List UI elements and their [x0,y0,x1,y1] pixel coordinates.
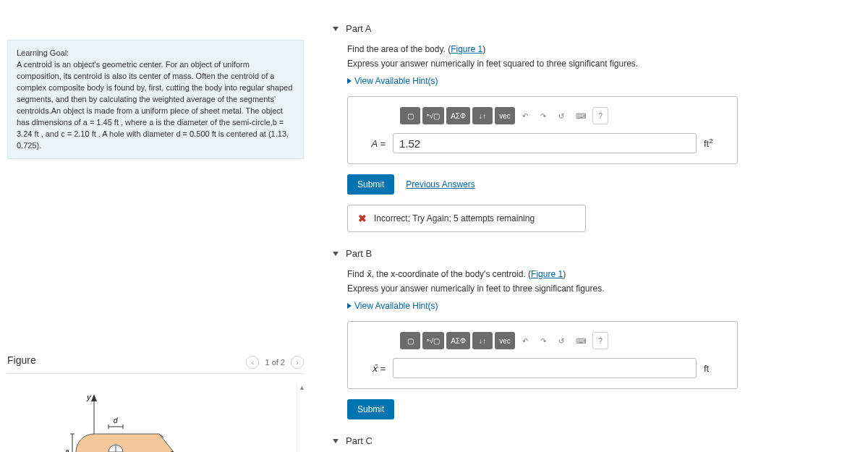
svg-text:c: c [170,449,174,452]
part-b-instruction: Express your answer numerically in feet … [347,283,839,294]
tb-greek-button[interactable]: ΑΣΦ [446,332,470,349]
tb-greek-button[interactable]: ΑΣΦ [446,107,470,124]
tb-keyboard-button[interactable]: ⌨ [571,332,590,349]
tb-reset-button[interactable]: ↺ [553,107,569,124]
tb-help-button[interactable]: ? [592,107,608,124]
figure-canvas: y x d a [7,387,304,452]
tb-template-button[interactable]: ▢ [400,332,420,349]
part-a-feedback: ✖ Incorrect; Try Again; 5 attempts remai… [347,205,586,232]
part-b-title: Part B [346,248,372,259]
learning-goal-label: Learning Goal: [17,48,294,59]
caret-right-icon [347,303,352,309]
figure-scrollbar[interactable]: ▲ ▼ [297,384,307,452]
figure-title: Figure [7,354,36,366]
tb-undo-button[interactable]: ↶ [517,107,533,124]
scroll-up-icon: ▲ [299,384,305,391]
tb-arrows-button[interactable]: ↓↑ [472,332,493,349]
figure-prev-button[interactable]: ‹ [246,356,259,369]
part-a-prompt: Find the area of the body. (Figure 1) [347,44,839,54]
incorrect-icon: ✖ [358,213,367,224]
caret-down-icon[interactable] [333,252,339,256]
part-b-answer-input[interactable] [393,358,697,378]
figure-svg: y x d a [65,387,246,452]
part-a-title: Part A [346,23,371,34]
tb-help-button[interactable]: ? [592,332,608,349]
part-a-unit: ft2 [704,137,726,149]
equation-toolbar: ▢ ⁿ√▢ ΑΣΦ ↓↑ vec ↶ ↷ ↺ ⌨ ? [400,107,726,124]
figure-next-button[interactable]: › [291,356,304,369]
part-a-previous-answers-link[interactable]: Previous Answers [406,179,475,189]
figure-link[interactable]: Figure 1 [531,269,563,279]
learning-goal-box: Learning Goal: A centroid is an object's… [7,40,304,159]
part-b-answer-box: ▢ ⁿ√▢ ΑΣΦ ↓↑ vec ↶ ↷ ↺ ⌨ ? x̄ = ft [347,321,738,389]
part-b-submit-button[interactable]: Submit [347,399,394,419]
part-a-var-label: A = [359,138,386,149]
part-b-hints[interactable]: View Available Hint(s) [347,301,839,311]
tb-keyboard-button[interactable]: ⌨ [571,107,590,124]
part-b-prompt: Find x̄, the x-coordinate of the body's … [347,269,839,279]
part-b-unit: ft [704,363,726,374]
figure-link[interactable]: Figure 1 [451,44,482,54]
part-a-hints[interactable]: View Available Hint(s) [347,76,839,86]
part-a-answer-input[interactable] [393,133,697,153]
caret-down-icon[interactable] [333,27,339,31]
tb-undo-button[interactable]: ↶ [517,332,533,349]
tb-root-button[interactable]: ⁿ√▢ [422,107,444,124]
tb-vec-button[interactable]: vec [495,107,515,124]
learning-goal-text: A centroid is an object's geometric cent… [17,59,294,152]
part-b-var-label: x̄ = [359,363,386,374]
part-a-instruction: Express your answer numerically in feet … [347,59,839,69]
svg-text:d: d [114,417,118,425]
caret-right-icon [347,78,352,84]
part-c-title: Part C [346,435,373,446]
svg-text:a: a [65,448,69,452]
svg-marker-1 [91,394,97,401]
caret-down-icon[interactable] [333,439,339,443]
tb-reset-button[interactable]: ↺ [553,332,569,349]
tb-root-button[interactable]: ⁿ√▢ [422,332,444,349]
tb-redo-button[interactable]: ↷ [535,332,551,349]
part-a-answer-box: ▢ ⁿ√▢ ΑΣΦ ↓↑ vec ↶ ↷ ↺ ⌨ ? A = ft2 [347,96,738,164]
tb-template-button[interactable]: ▢ [400,107,420,124]
equation-toolbar: ▢ ⁿ√▢ ΑΣΦ ↓↑ vec ↶ ↷ ↺ ⌨ ? [400,332,726,349]
tb-redo-button[interactable]: ↷ [535,107,551,124]
tb-vec-button[interactable]: vec [495,332,515,349]
axis-y-label: y [86,393,92,401]
tb-arrows-button[interactable]: ↓↑ [472,107,493,124]
figure-pager-text: 1 of 2 [265,358,285,367]
part-a-submit-button[interactable]: Submit [347,174,394,195]
